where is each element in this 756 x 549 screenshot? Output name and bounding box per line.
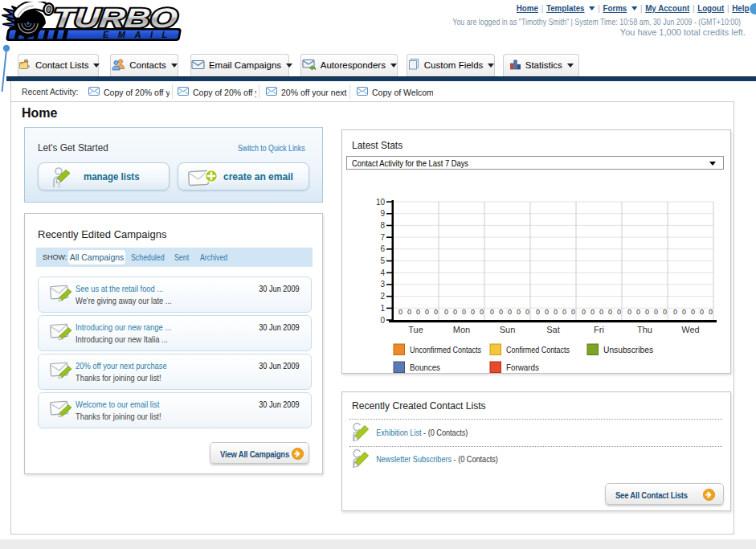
svg-text:0: 0 <box>490 308 494 316</box>
svg-text:0: 0 <box>471 308 475 316</box>
svg-text:0: 0 <box>480 308 484 316</box>
svg-text:10: 10 <box>376 198 386 207</box>
svg-text:0: 0 <box>636 308 640 316</box>
svg-text:Sun: Sun <box>500 325 516 334</box>
svg-text:0: 0 <box>416 308 420 316</box>
svg-text:Fri: Fri <box>594 325 604 334</box>
svg-text:0: 0 <box>407 308 411 316</box>
svg-text:0: 0 <box>599 308 603 316</box>
svg-text:0: 0 <box>673 308 677 316</box>
svg-text:8: 8 <box>380 221 385 230</box>
svg-text:Wed: Wed <box>681 325 699 334</box>
svg-text:Forwards: Forwards <box>506 363 539 372</box>
svg-text:0: 0 <box>525 308 529 316</box>
svg-text:1: 1 <box>380 304 385 313</box>
svg-text:2: 2 <box>380 292 385 301</box>
svg-text:0: 0 <box>682 308 686 316</box>
svg-text:0: 0 <box>617 308 621 316</box>
svg-text:0: 0 <box>571 308 575 316</box>
svg-text:0: 0 <box>380 316 385 325</box>
svg-text:0: 0 <box>425 308 429 316</box>
svg-text:0: 0 <box>398 308 403 316</box>
svg-text:0: 0 <box>663 308 667 316</box>
svg-text:Unconfirmed Contacts: Unconfirmed Contacts <box>410 345 481 354</box>
svg-text:0: 0 <box>627 308 631 316</box>
svg-text:0: 0 <box>444 308 448 316</box>
svg-text:7: 7 <box>380 233 385 242</box>
svg-text:4: 4 <box>380 268 385 277</box>
svg-text:0: 0 <box>517 308 521 316</box>
svg-text:0: 0 <box>700 308 704 316</box>
svg-text:Mon: Mon <box>453 325 470 334</box>
svg-text:0: 0 <box>499 308 503 316</box>
svg-text:Thu: Thu <box>637 325 652 334</box>
svg-text:0: 0 <box>691 308 695 316</box>
svg-text:3: 3 <box>380 280 385 289</box>
svg-text:0: 0 <box>562 308 566 316</box>
svg-text:TURBO: TURBO <box>51 2 179 33</box>
svg-text:0: 0 <box>590 308 595 316</box>
svg-text:0: 0 <box>508 308 512 316</box>
svg-text:Bounces: Bounces <box>410 363 440 372</box>
svg-text:Unsubscribes: Unsubscribes <box>603 345 653 354</box>
svg-text:0: 0 <box>462 308 466 316</box>
svg-text:Sat: Sat <box>546 325 560 334</box>
svg-text:0: 0 <box>582 308 586 316</box>
svg-text:6: 6 <box>380 244 385 253</box>
svg-text:Confirmed Contacts: Confirmed Contacts <box>506 345 570 354</box>
svg-text:0: 0 <box>453 308 457 316</box>
svg-text:9: 9 <box>380 209 385 218</box>
svg-text:0: 0 <box>654 308 658 316</box>
svg-text:0: 0 <box>645 308 649 316</box>
svg-text:5: 5 <box>380 256 385 265</box>
svg-text:0: 0 <box>536 308 540 316</box>
svg-text:Tue: Tue <box>408 325 423 334</box>
svg-text:0: 0 <box>709 308 713 316</box>
svg-text:0: 0 <box>434 308 438 316</box>
svg-text:0: 0 <box>608 308 612 316</box>
svg-text:0: 0 <box>545 308 549 316</box>
svg-text:0: 0 <box>554 308 558 316</box>
